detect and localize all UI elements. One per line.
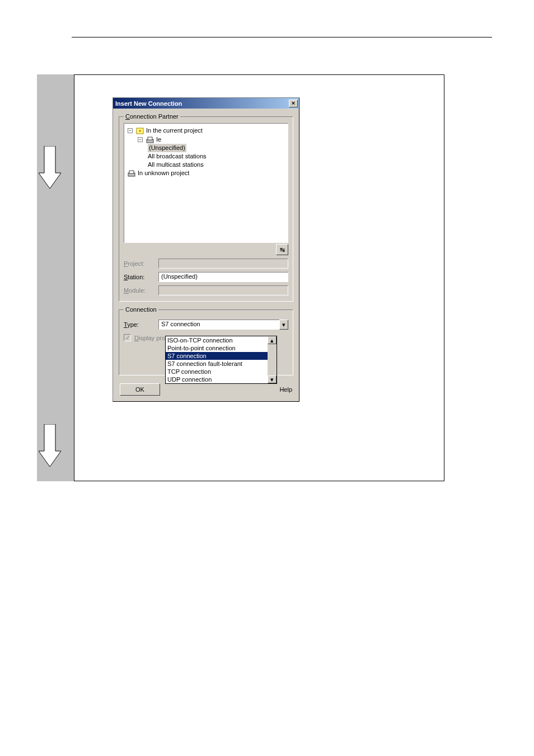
dialog-titlebar[interactable]: Insert New Connection × — [113, 98, 299, 109]
tree-label: Ie — [156, 135, 161, 144]
type-option[interactable]: TCP connection — [166, 368, 277, 375]
project-field — [158, 259, 288, 269]
connection-partner-legend: Connection Partner — [124, 113, 180, 120]
down-arrow-icon-1 — [39, 146, 72, 189]
left-margin-column — [37, 74, 74, 481]
chevron-down-icon: ▾ — [270, 375, 274, 383]
tree-label: In unknown project — [138, 169, 189, 177]
module-label: Module: — [124, 287, 155, 294]
tree-item-unspecified[interactable]: (Unspecified) — [148, 144, 186, 152]
type-option[interactable]: S7 connection fault-tolerant — [166, 360, 277, 368]
insert-new-connection-dialog: Insert New Connection × Connection Partn… — [113, 97, 299, 402]
project-label: Project: — [124, 260, 155, 267]
tree-unknown-project[interactable]: In unknown project — [128, 169, 189, 177]
ok-button[interactable]: OK — [120, 383, 160, 396]
tree-label: (Unspecified) — [148, 144, 186, 152]
header-rule — [72, 37, 492, 37]
svg-rect-5 — [129, 171, 134, 173]
tree-label: In the current project — [146, 126, 203, 135]
printer-icon — [128, 170, 135, 177]
connection-legend: Connection — [124, 306, 158, 313]
project-icon — [136, 128, 144, 134]
type-value: S7 connection — [158, 320, 279, 330]
tree-item-broadcast[interactable]: All broadcast stations — [148, 152, 207, 161]
tree-item-multicast[interactable]: All multicast stations — [148, 161, 204, 169]
connection-partner-group: Connection Partner − In the current proj… — [119, 113, 293, 302]
module-field — [158, 285, 288, 295]
type-option[interactable]: UDP connection — [166, 375, 277, 383]
svg-point-1 — [139, 130, 141, 132]
chevron-up-icon: ▴ — [270, 336, 274, 344]
partner-tree[interactable]: − In the current project − — [124, 123, 288, 243]
type-combo[interactable]: S7 connection ▾ — [158, 320, 288, 330]
collapse-icon[interactable]: − — [128, 128, 133, 133]
svg-rect-3 — [148, 137, 152, 140]
help-button-partial[interactable]: Help — [279, 386, 292, 393]
tree-project-node[interactable]: − Ie — [138, 135, 161, 144]
type-option-selected[interactable]: S7 connection — [166, 352, 277, 360]
station-label: Station: — [124, 274, 155, 280]
dropdown-scrollbar[interactable]: ▴ ▾ — [268, 336, 277, 383]
scroll-up-button[interactable]: ▴ — [268, 336, 277, 344]
tree-label: All broadcast stations — [148, 152, 207, 161]
tree-root-current-project[interactable]: − In the current project — [128, 126, 203, 135]
down-arrow-icon-2 — [39, 424, 72, 467]
dialog-title: Insert New Connection — [115, 100, 182, 107]
tree-label: All multicast stations — [148, 161, 204, 169]
connection-group: Connection Type: S7 connection ▾ ✓ Displ… — [119, 306, 293, 375]
printer-icon — [146, 137, 154, 143]
display-properties-checkbox[interactable]: ✓ — [124, 334, 131, 341]
scroll-down-button[interactable]: ▾ — [268, 375, 277, 383]
type-option[interactable]: ISO-on-TCP connection — [166, 336, 277, 344]
chevron-down-icon: ▾ — [282, 321, 285, 328]
type-dropdown-list[interactable]: ISO-on-TCP connection Point-to-point con… — [165, 336, 277, 384]
display-properties-label: Display pro — [134, 335, 165, 341]
collapse-icon[interactable]: − — [138, 137, 143, 142]
close-button[interactable]: × — [289, 100, 298, 107]
type-label: Type: — [124, 321, 155, 328]
type-option[interactable]: Point-to-point connection — [166, 344, 277, 352]
tree-small-button[interactable]: ↹ — [276, 244, 288, 255]
station-field[interactable]: (Unspecified) — [158, 272, 288, 282]
dropdown-button[interactable]: ▾ — [279, 320, 288, 330]
